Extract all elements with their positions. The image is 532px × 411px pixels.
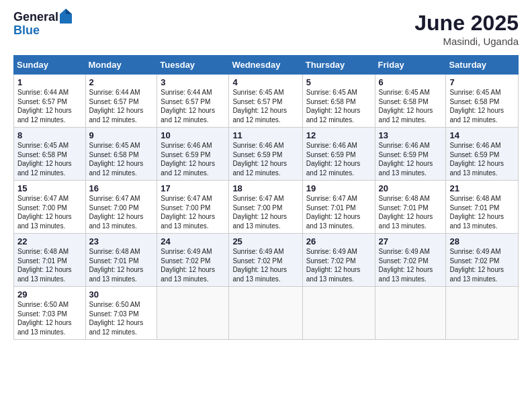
day-number: 18 xyxy=(232,183,298,193)
day-info: Sunrise: 6:48 AMSunset: 7:01 PMDaylight:… xyxy=(89,247,154,283)
day-number: 28 xyxy=(449,236,515,246)
day-info: Sunrise: 6:47 AMSunset: 7:01 PMDaylight:… xyxy=(306,194,371,230)
calendar-cell: 5Sunrise: 6:45 AMSunset: 6:58 PMDaylight… xyxy=(302,75,375,128)
calendar-cell: 17Sunrise: 6:47 AMSunset: 7:00 PMDayligh… xyxy=(157,181,229,234)
calendar-header-sunday: Sunday xyxy=(14,56,86,75)
day-number: 12 xyxy=(306,130,371,140)
day-number: 23 xyxy=(89,236,154,246)
day-number: 5 xyxy=(306,77,371,87)
calendar-cell: 10Sunrise: 6:46 AMSunset: 6:59 PMDayligh… xyxy=(157,128,229,181)
calendar-header-saturday: Saturday xyxy=(446,56,519,75)
day-info: Sunrise: 6:44 AMSunset: 6:57 PMDaylight:… xyxy=(17,88,82,124)
day-number: 6 xyxy=(379,77,443,87)
day-info: Sunrise: 6:45 AMSunset: 6:58 PMDaylight:… xyxy=(449,88,515,124)
calendar-cell: 25Sunrise: 6:49 AMSunset: 7:02 PMDayligh… xyxy=(229,234,302,287)
calendar-week-row: 15Sunrise: 6:47 AMSunset: 7:00 PMDayligh… xyxy=(14,181,519,234)
day-number: 8 xyxy=(17,130,82,140)
calendar-cell: 7Sunrise: 6:45 AMSunset: 6:58 PMDaylight… xyxy=(446,75,519,128)
calendar-cell: 2Sunrise: 6:44 AMSunset: 6:57 PMDaylight… xyxy=(85,75,157,128)
calendar-cell: 30Sunrise: 6:50 AMSunset: 7:03 PMDayligh… xyxy=(85,287,157,340)
header: General Blue June 2025 Masindi, Uganda xyxy=(13,11,519,47)
calendar-cell: 15Sunrise: 6:47 AMSunset: 7:00 PMDayligh… xyxy=(14,181,86,234)
day-info: Sunrise: 6:47 AMSunset: 7:00 PMDaylight:… xyxy=(161,194,225,230)
day-number: 15 xyxy=(17,183,82,193)
day-number: 10 xyxy=(161,130,225,140)
day-info: Sunrise: 6:49 AMSunset: 7:02 PMDaylight:… xyxy=(161,247,225,283)
calendar-cell xyxy=(229,287,302,340)
day-info: Sunrise: 6:50 AMSunset: 7:03 PMDaylight:… xyxy=(17,300,82,336)
calendar-header-thursday: Thursday xyxy=(302,56,375,75)
logo: General Blue xyxy=(13,11,72,38)
calendar-cell: 21Sunrise: 6:48 AMSunset: 7:01 PMDayligh… xyxy=(446,181,519,234)
day-number: 20 xyxy=(379,183,443,193)
day-info: Sunrise: 6:50 AMSunset: 7:03 PMDaylight:… xyxy=(89,300,154,336)
day-number: 7 xyxy=(449,77,515,87)
title-area: June 2025 Masindi, Uganda xyxy=(414,11,519,47)
day-number: 17 xyxy=(161,183,225,193)
day-info: Sunrise: 6:47 AMSunset: 7:00 PMDaylight:… xyxy=(17,194,82,230)
calendar-cell xyxy=(157,287,229,340)
calendar-cell: 24Sunrise: 6:49 AMSunset: 7:02 PMDayligh… xyxy=(157,234,229,287)
calendar-header-monday: Monday xyxy=(85,56,157,75)
calendar-cell: 1Sunrise: 6:44 AMSunset: 6:57 PMDaylight… xyxy=(14,75,86,128)
calendar-header-tuesday: Tuesday xyxy=(157,56,229,75)
day-info: Sunrise: 6:45 AMSunset: 6:58 PMDaylight:… xyxy=(306,88,371,124)
calendar-table: SundayMondayTuesdayWednesdayThursdayFrid… xyxy=(13,55,519,340)
calendar-header-row: SundayMondayTuesdayWednesdayThursdayFrid… xyxy=(14,56,519,75)
day-number: 30 xyxy=(89,289,154,300)
month-title: June 2025 xyxy=(414,11,519,36)
calendar-header-friday: Friday xyxy=(375,56,446,75)
calendar-cell: 29Sunrise: 6:50 AMSunset: 7:03 PMDayligh… xyxy=(14,287,86,340)
calendar-cell: 3Sunrise: 6:44 AMSunset: 6:57 PMDaylight… xyxy=(157,75,229,128)
logo-general: General xyxy=(13,11,58,24)
calendar-cell xyxy=(375,287,446,340)
calendar-cell: 8Sunrise: 6:45 AMSunset: 6:58 PMDaylight… xyxy=(14,128,86,181)
day-info: Sunrise: 6:46 AMSunset: 6:59 PMDaylight:… xyxy=(379,141,443,177)
day-number: 25 xyxy=(232,236,298,246)
day-info: Sunrise: 6:48 AMSunset: 7:01 PMDaylight:… xyxy=(17,247,82,283)
calendar-cell xyxy=(446,287,519,340)
day-number: 16 xyxy=(89,183,154,193)
day-number: 13 xyxy=(379,130,443,140)
calendar-week-row: 29Sunrise: 6:50 AMSunset: 7:03 PMDayligh… xyxy=(14,287,519,340)
day-info: Sunrise: 6:45 AMSunset: 6:58 PMDaylight:… xyxy=(379,88,443,124)
day-number: 29 xyxy=(17,289,82,300)
day-info: Sunrise: 6:45 AMSunset: 6:58 PMDaylight:… xyxy=(89,141,154,177)
calendar-cell: 23Sunrise: 6:48 AMSunset: 7:01 PMDayligh… xyxy=(85,234,157,287)
day-number: 9 xyxy=(89,130,154,140)
calendar-cell: 18Sunrise: 6:47 AMSunset: 7:00 PMDayligh… xyxy=(229,181,302,234)
day-info: Sunrise: 6:45 AMSunset: 6:57 PMDaylight:… xyxy=(232,88,298,124)
logo-text: General Blue xyxy=(13,11,72,38)
calendar-week-row: 22Sunrise: 6:48 AMSunset: 7:01 PMDayligh… xyxy=(14,234,519,287)
day-info: Sunrise: 6:49 AMSunset: 7:02 PMDaylight:… xyxy=(232,247,298,283)
calendar-cell: 27Sunrise: 6:49 AMSunset: 7:02 PMDayligh… xyxy=(375,234,446,287)
day-number: 26 xyxy=(306,236,371,246)
calendar-cell: 28Sunrise: 6:49 AMSunset: 7:02 PMDayligh… xyxy=(446,234,519,287)
day-number: 22 xyxy=(17,236,82,246)
calendar-cell: 9Sunrise: 6:45 AMSunset: 6:58 PMDaylight… xyxy=(85,128,157,181)
calendar-cell: 22Sunrise: 6:48 AMSunset: 7:01 PMDayligh… xyxy=(14,234,86,287)
day-number: 1 xyxy=(17,77,82,87)
day-info: Sunrise: 6:44 AMSunset: 6:57 PMDaylight:… xyxy=(161,88,225,124)
calendar-cell: 16Sunrise: 6:47 AMSunset: 7:00 PMDayligh… xyxy=(85,181,157,234)
day-info: Sunrise: 6:48 AMSunset: 7:01 PMDaylight:… xyxy=(379,194,443,230)
day-number: 2 xyxy=(89,77,154,87)
day-number: 14 xyxy=(449,130,515,140)
calendar-cell xyxy=(302,287,375,340)
day-info: Sunrise: 6:46 AMSunset: 6:59 PMDaylight:… xyxy=(161,141,225,177)
calendar-cell: 6Sunrise: 6:45 AMSunset: 6:58 PMDaylight… xyxy=(375,75,446,128)
calendar-cell: 12Sunrise: 6:46 AMSunset: 6:59 PMDayligh… xyxy=(302,128,375,181)
day-number: 27 xyxy=(379,236,443,246)
calendar-week-row: 8Sunrise: 6:45 AMSunset: 6:58 PMDaylight… xyxy=(14,128,519,181)
calendar-cell: 4Sunrise: 6:45 AMSunset: 6:57 PMDaylight… xyxy=(229,75,302,128)
day-number: 19 xyxy=(306,183,371,193)
day-info: Sunrise: 6:48 AMSunset: 7:01 PMDaylight:… xyxy=(449,194,515,230)
day-info: Sunrise: 6:49 AMSunset: 7:02 PMDaylight:… xyxy=(449,247,515,283)
day-info: Sunrise: 6:49 AMSunset: 7:02 PMDaylight:… xyxy=(379,247,443,283)
day-info: Sunrise: 6:47 AMSunset: 7:00 PMDaylight:… xyxy=(232,194,298,230)
page: General Blue June 2025 Masindi, Uganda S… xyxy=(0,0,532,411)
calendar-cell: 20Sunrise: 6:48 AMSunset: 7:01 PMDayligh… xyxy=(375,181,446,234)
day-number: 24 xyxy=(161,236,225,246)
location: Masindi, Uganda xyxy=(414,36,519,47)
day-info: Sunrise: 6:44 AMSunset: 6:57 PMDaylight:… xyxy=(89,88,154,124)
